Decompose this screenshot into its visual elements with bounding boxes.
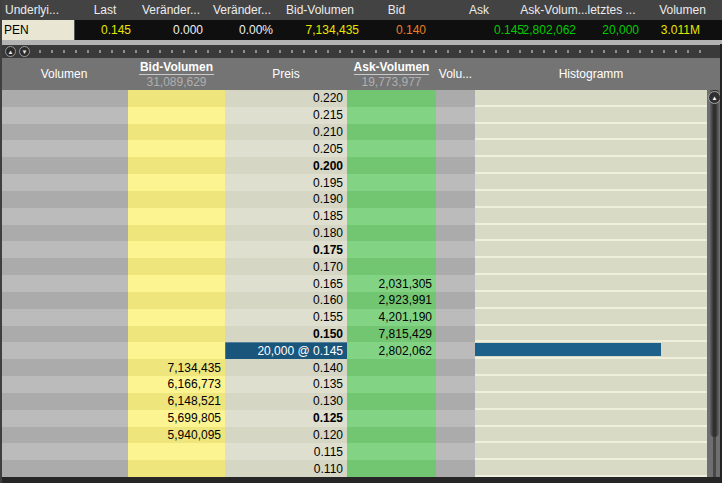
volume2-cell[interactable] [436, 258, 475, 275]
ask-volume-cell[interactable] [347, 90, 436, 107]
volume-cell[interactable] [0, 309, 128, 326]
bid-volume-cell[interactable]: 6,166,773 [128, 376, 225, 393]
histogram-cell[interactable] [475, 241, 707, 258]
price-cell[interactable]: 0.110 [225, 460, 347, 477]
volume-cell[interactable] [0, 292, 128, 309]
volume-cell[interactable] [0, 208, 128, 225]
ask-volume-cell[interactable] [347, 443, 436, 460]
volume2-cell[interactable] [436, 90, 475, 107]
volume2-cell[interactable] [436, 208, 475, 225]
depth-row[interactable]: 0.220 [0, 90, 707, 107]
ask-volume-cell[interactable] [347, 393, 436, 410]
price-cell[interactable]: 0.180 [225, 225, 347, 242]
histogram-cell[interactable] [475, 124, 707, 141]
histogram-cell[interactable] [475, 258, 707, 275]
histogram-cell[interactable] [475, 443, 707, 460]
price-cell[interactable]: 0.210 [225, 124, 347, 141]
price-cell[interactable]: 0.130 [225, 393, 347, 410]
ask-volume-cell[interactable] [347, 208, 436, 225]
volume-cell[interactable] [0, 140, 128, 157]
bid-volume-cell[interactable] [128, 292, 225, 309]
ask-volume-cell[interactable] [347, 225, 436, 242]
volume-cell[interactable] [0, 342, 128, 359]
volume2-cell[interactable] [436, 241, 475, 258]
depth-row[interactable]: 20,000 @ 0.1452,802,062 [0, 342, 707, 359]
ask-volume-cell[interactable] [347, 460, 436, 477]
ask-volume-cell[interactable]: 4,201,190 [347, 309, 436, 326]
depth-row[interactable]: 0.200 [0, 157, 707, 174]
bid-volume-cell[interactable] [128, 124, 225, 141]
column-header-volume[interactable]: Volumen [0, 58, 128, 90]
bid-volume-cell[interactable] [128, 157, 225, 174]
price-cell[interactable]: 20,000 @ 0.145 [225, 342, 347, 359]
volume2-cell[interactable] [436, 124, 475, 141]
depth-row[interactable]: 0.110 [0, 460, 707, 477]
histogram-cell[interactable] [475, 275, 707, 292]
splitter-drag-handle[interactable] [39, 50, 711, 53]
scrollbar-thumb[interactable] [710, 90, 719, 437]
depth-row[interactable]: 0.205 [0, 140, 707, 157]
volume2-cell[interactable] [436, 393, 475, 410]
bid-volume-cell[interactable]: 6,148,521 [128, 393, 225, 410]
price-cell[interactable]: 0.160 [225, 292, 347, 309]
histogram-cell[interactable] [475, 140, 707, 157]
volume2-cell[interactable] [436, 326, 475, 343]
bid-volume-cell[interactable] [128, 342, 225, 359]
volume2-cell[interactable] [436, 275, 475, 292]
depth-row[interactable]: 0.115 [0, 443, 707, 460]
histogram-cell[interactable] [475, 225, 707, 242]
price-cell[interactable]: 0.120 [225, 427, 347, 444]
price-cell[interactable]: 0.175 [225, 241, 347, 258]
volume2-cell[interactable] [436, 460, 475, 477]
quote-column-header-change_percent[interactable]: Veränder... [207, 0, 277, 20]
histogram-cell[interactable] [475, 174, 707, 191]
quote-column-header-bid_volume[interactable]: Bid-Volumen [277, 0, 363, 20]
histogram-cell[interactable] [475, 208, 707, 225]
histogram-cell[interactable] [475, 342, 707, 359]
ask-volume-cell[interactable] [347, 174, 436, 191]
depth-row[interactable]: 0.1554,201,190 [0, 309, 707, 326]
ask-volume-cell[interactable] [347, 427, 436, 444]
price-cell[interactable]: 0.205 [225, 140, 347, 157]
histogram-cell[interactable] [475, 359, 707, 376]
bid-volume-cell[interactable]: 5,940,095 [128, 427, 225, 444]
ask-volume-cell[interactable] [347, 124, 436, 141]
bid-volume-cell[interactable] [128, 326, 225, 343]
histogram-cell[interactable] [475, 191, 707, 208]
depth-row[interactable]: 0.195 [0, 174, 707, 191]
volume-cell[interactable] [0, 443, 128, 460]
depth-row[interactable]: 0.1602,923,991 [0, 292, 707, 309]
bid-volume-cell[interactable] [128, 275, 225, 292]
volume2-cell[interactable] [436, 292, 475, 309]
bid-volume-cell[interactable] [128, 191, 225, 208]
volume2-cell[interactable] [436, 376, 475, 393]
collapse-down-button[interactable]: ▼ [19, 46, 30, 57]
depth-row[interactable]: 0.1507,815,429 [0, 326, 707, 343]
bid-volume-cell[interactable] [128, 225, 225, 242]
price-cell[interactable]: 0.150 [225, 326, 347, 343]
histogram-cell[interactable] [475, 90, 707, 107]
volume2-cell[interactable] [436, 191, 475, 208]
depth-row[interactable]: 0.170 [0, 258, 707, 275]
column-header-price[interactable]: Preis [225, 58, 347, 90]
volume-cell[interactable] [0, 107, 128, 124]
ask-volume-cell[interactable] [347, 191, 436, 208]
volume2-cell[interactable] [436, 225, 475, 242]
volume-cell[interactable] [0, 393, 128, 410]
bid-volume-cell[interactable] [128, 443, 225, 460]
bid-volume-cell[interactable] [128, 90, 225, 107]
bid-volume-cell[interactable] [128, 460, 225, 477]
bid-volume-cell[interactable]: 7,134,435 [128, 359, 225, 376]
volume2-cell[interactable] [436, 140, 475, 157]
depth-row[interactable]: 7,134,4350.140 [0, 359, 707, 376]
volume2-cell[interactable] [436, 410, 475, 427]
ask-volume-cell[interactable]: 2,802,062 [347, 342, 436, 359]
depth-row[interactable]: 0.215 [0, 107, 707, 124]
ask-volume-cell[interactable]: 7,815,429 [347, 326, 436, 343]
price-cell[interactable]: 0.155 [225, 309, 347, 326]
quote-column-header-volume[interactable]: Volumen [643, 0, 722, 20]
volume-cell[interactable] [0, 191, 128, 208]
price-cell[interactable]: 0.115 [225, 443, 347, 460]
volume-cell[interactable] [0, 241, 128, 258]
price-cell[interactable]: 0.185 [225, 208, 347, 225]
